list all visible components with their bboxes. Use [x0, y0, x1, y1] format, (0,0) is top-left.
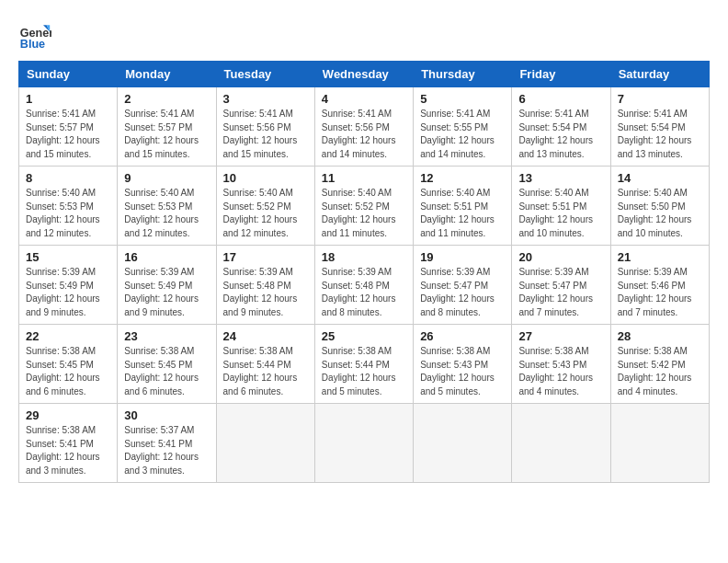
header: General Blue — [18, 18, 710, 52]
calendar-day-cell: 18 Sunrise: 5:39 AMSunset: 5:48 PMDaylig… — [314, 246, 413, 325]
day-number: 28 — [618, 329, 702, 343]
day-number: 27 — [518, 329, 603, 343]
day-info: Sunrise: 5:38 AMSunset: 5:44 PMDaylight:… — [322, 345, 406, 398]
calendar-day-cell: 6 Sunrise: 5:41 AMSunset: 5:54 PMDayligh… — [512, 87, 610, 167]
day-number: 22 — [26, 329, 110, 343]
day-number: 16 — [124, 250, 209, 264]
calendar-day-cell — [314, 404, 413, 483]
calendar-day-cell — [216, 404, 314, 483]
day-number: 15 — [26, 250, 110, 264]
calendar-table: SundayMondayTuesdayWednesdayThursdayFrid… — [18, 61, 710, 483]
day-info: Sunrise: 5:40 AMSunset: 5:52 PMDaylight:… — [223, 187, 308, 240]
day-info: Sunrise: 5:39 AMSunset: 5:49 PMDaylight:… — [26, 266, 110, 319]
day-info: Sunrise: 5:38 AMSunset: 5:45 PMDaylight:… — [26, 345, 110, 398]
logo-icon: General Blue — [18, 18, 51, 52]
day-info: Sunrise: 5:40 AMSunset: 5:52 PMDaylight:… — [322, 187, 406, 240]
calendar-day-cell: 1 Sunrise: 5:41 AMSunset: 5:57 PMDayligh… — [19, 87, 118, 167]
day-number: 12 — [420, 171, 505, 185]
day-info: Sunrise: 5:41 AMSunset: 5:57 PMDaylight:… — [124, 108, 209, 161]
day-number: 13 — [518, 171, 603, 185]
calendar-day-cell: 2 Sunrise: 5:41 AMSunset: 5:57 PMDayligh… — [118, 87, 216, 167]
day-number: 20 — [518, 250, 603, 264]
calendar-day-cell: 20 Sunrise: 5:39 AMSunset: 5:47 PMDaylig… — [512, 246, 610, 325]
day-number: 4 — [322, 92, 406, 106]
day-number: 21 — [618, 250, 702, 264]
day-info: Sunrise: 5:41 AMSunset: 5:55 PMDaylight:… — [420, 108, 505, 161]
calendar-day-cell: 9 Sunrise: 5:40 AMSunset: 5:53 PMDayligh… — [118, 167, 216, 246]
calendar-day-cell — [512, 404, 610, 483]
calendar-day-cell: 16 Sunrise: 5:39 AMSunset: 5:49 PMDaylig… — [118, 246, 216, 325]
calendar-day-cell: 21 Sunrise: 5:39 AMSunset: 5:46 PMDaylig… — [610, 246, 709, 325]
calendar-day-cell: 17 Sunrise: 5:39 AMSunset: 5:48 PMDaylig… — [216, 246, 314, 325]
day-info: Sunrise: 5:38 AMSunset: 5:43 PMDaylight:… — [420, 345, 505, 398]
calendar-header-cell: Saturday — [610, 62, 709, 87]
day-info: Sunrise: 5:38 AMSunset: 5:45 PMDaylight:… — [124, 345, 209, 398]
day-number: 7 — [618, 92, 702, 106]
calendar-day-cell: 26 Sunrise: 5:38 AMSunset: 5:43 PMDaylig… — [414, 325, 512, 404]
day-info: Sunrise: 5:41 AMSunset: 5:56 PMDaylight:… — [223, 108, 308, 161]
day-number: 8 — [26, 171, 110, 185]
calendar-day-cell: 15 Sunrise: 5:39 AMSunset: 5:49 PMDaylig… — [19, 246, 118, 325]
day-info: Sunrise: 5:41 AMSunset: 5:54 PMDaylight:… — [518, 108, 603, 161]
day-number: 17 — [223, 250, 308, 264]
day-info: Sunrise: 5:38 AMSunset: 5:42 PMDaylight:… — [618, 345, 702, 398]
calendar-header-row: SundayMondayTuesdayWednesdayThursdayFrid… — [19, 62, 710, 87]
day-info: Sunrise: 5:40 AMSunset: 5:51 PMDaylight:… — [518, 187, 603, 240]
day-number: 19 — [420, 250, 505, 264]
calendar-day-cell: 28 Sunrise: 5:38 AMSunset: 5:42 PMDaylig… — [610, 325, 709, 404]
day-info: Sunrise: 5:40 AMSunset: 5:51 PMDaylight:… — [420, 187, 505, 240]
calendar-header-cell: Friday — [512, 62, 610, 87]
day-info: Sunrise: 5:40 AMSunset: 5:53 PMDaylight:… — [26, 187, 110, 240]
calendar-day-cell: 23 Sunrise: 5:38 AMSunset: 5:45 PMDaylig… — [118, 325, 216, 404]
day-number: 2 — [124, 92, 209, 106]
calendar-header-cell: Sunday — [19, 62, 118, 87]
day-number: 3 — [223, 92, 308, 106]
calendar-day-cell: 19 Sunrise: 5:39 AMSunset: 5:47 PMDaylig… — [414, 246, 512, 325]
calendar-day-cell: 8 Sunrise: 5:40 AMSunset: 5:53 PMDayligh… — [19, 167, 118, 246]
day-number: 6 — [518, 92, 603, 106]
calendar-day-cell: 12 Sunrise: 5:40 AMSunset: 5:51 PMDaylig… — [414, 167, 512, 246]
day-number: 25 — [322, 329, 406, 343]
day-info: Sunrise: 5:41 AMSunset: 5:56 PMDaylight:… — [322, 108, 406, 161]
calendar-day-cell: 14 Sunrise: 5:40 AMSunset: 5:50 PMDaylig… — [610, 167, 709, 246]
calendar-week-row: 29 Sunrise: 5:38 AMSunset: 5:41 PMDaylig… — [19, 404, 710, 483]
day-info: Sunrise: 5:39 AMSunset: 5:48 PMDaylight:… — [223, 266, 308, 319]
day-info: Sunrise: 5:39 AMSunset: 5:49 PMDaylight:… — [124, 266, 209, 319]
day-number: 9 — [124, 171, 209, 185]
calendar-week-row: 8 Sunrise: 5:40 AMSunset: 5:53 PMDayligh… — [19, 167, 710, 246]
calendar-day-cell: 22 Sunrise: 5:38 AMSunset: 5:45 PMDaylig… — [19, 325, 118, 404]
calendar-day-cell — [414, 404, 512, 483]
calendar-day-cell: 27 Sunrise: 5:38 AMSunset: 5:43 PMDaylig… — [512, 325, 610, 404]
day-info: Sunrise: 5:41 AMSunset: 5:57 PMDaylight:… — [26, 108, 110, 161]
calendar-day-cell — [610, 404, 709, 483]
day-number: 24 — [223, 329, 308, 343]
calendar-day-cell: 5 Sunrise: 5:41 AMSunset: 5:55 PMDayligh… — [414, 87, 512, 167]
day-info: Sunrise: 5:39 AMSunset: 5:48 PMDaylight:… — [322, 266, 406, 319]
calendar-header-cell: Tuesday — [216, 62, 314, 87]
day-info: Sunrise: 5:39 AMSunset: 5:46 PMDaylight:… — [618, 266, 702, 319]
calendar-week-row: 22 Sunrise: 5:38 AMSunset: 5:45 PMDaylig… — [19, 325, 710, 404]
svg-text:Blue: Blue — [20, 38, 45, 51]
day-info: Sunrise: 5:37 AMSunset: 5:41 PMDaylight:… — [124, 424, 209, 477]
calendar-day-cell: 13 Sunrise: 5:40 AMSunset: 5:51 PMDaylig… — [512, 167, 610, 246]
calendar-week-row: 1 Sunrise: 5:41 AMSunset: 5:57 PMDayligh… — [19, 87, 710, 167]
calendar-day-cell: 11 Sunrise: 5:40 AMSunset: 5:52 PMDaylig… — [314, 167, 413, 246]
day-number: 11 — [322, 171, 406, 185]
day-info: Sunrise: 5:39 AMSunset: 5:47 PMDaylight:… — [518, 266, 603, 319]
day-info: Sunrise: 5:38 AMSunset: 5:44 PMDaylight:… — [223, 345, 308, 398]
day-number: 14 — [618, 171, 702, 185]
day-number: 18 — [322, 250, 406, 264]
day-number: 23 — [124, 329, 209, 343]
day-number: 26 — [420, 329, 505, 343]
day-info: Sunrise: 5:39 AMSunset: 5:47 PMDaylight:… — [420, 266, 505, 319]
day-info: Sunrise: 5:40 AMSunset: 5:50 PMDaylight:… — [618, 187, 702, 240]
calendar-header-cell: Wednesday — [314, 62, 413, 87]
day-info: Sunrise: 5:38 AMSunset: 5:41 PMDaylight:… — [26, 424, 110, 477]
day-number: 1 — [26, 92, 110, 106]
calendar-day-cell: 3 Sunrise: 5:41 AMSunset: 5:56 PMDayligh… — [216, 87, 314, 167]
calendar-week-row: 15 Sunrise: 5:39 AMSunset: 5:49 PMDaylig… — [19, 246, 710, 325]
day-number: 29 — [26, 408, 110, 422]
day-info: Sunrise: 5:38 AMSunset: 5:43 PMDaylight:… — [518, 345, 603, 398]
logo: General Blue — [18, 18, 51, 52]
calendar-header-cell: Monday — [118, 62, 216, 87]
